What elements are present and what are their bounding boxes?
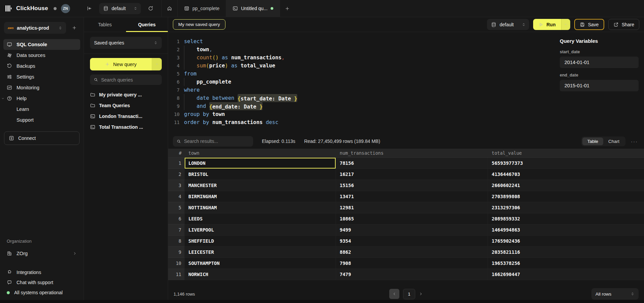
cell-town[interactable]: LEICESTER xyxy=(185,247,336,258)
cell-total_value[interactable]: 2089859332 xyxy=(488,213,644,224)
cell-total_value[interactable]: 2035821116 xyxy=(488,247,644,258)
workspace-tab[interactable]: Untitled qu... xyxy=(226,0,280,17)
avatar[interactable]: ZN xyxy=(61,4,70,13)
cell-town[interactable]: NORWICH xyxy=(185,269,336,280)
cell-num_transactions[interactable]: 12981 xyxy=(336,202,488,213)
cell-num_transactions[interactable]: 10865 xyxy=(336,213,488,224)
variable-input-start_date[interactable]: 2014-01-01 xyxy=(560,57,639,68)
column-header-total_value[interactable]: total_value xyxy=(488,149,644,158)
run-button[interactable]: Run xyxy=(533,19,570,30)
more-options-button[interactable]: ··· xyxy=(631,139,639,144)
run-database-selector[interactable]: default xyxy=(487,19,529,30)
database-selector[interactable]: default xyxy=(99,3,141,14)
saved-query-item[interactable]: Total Transaction ... xyxy=(90,122,162,132)
row-number[interactable]: 9 xyxy=(168,247,185,258)
cell-total_value[interactable]: 1765902436 xyxy=(488,236,644,247)
collapse-sidebar-button[interactable] xyxy=(84,3,95,14)
table-icon xyxy=(184,6,189,11)
cell-town[interactable]: SHEFFIELD xyxy=(185,236,336,247)
next-page-button[interactable] xyxy=(419,292,423,296)
prev-page-button[interactable] xyxy=(389,289,399,299)
refresh-button[interactable] xyxy=(145,3,156,14)
cell-town[interactable]: LIVERPOOL xyxy=(185,224,336,236)
sidebar-item-monitoring[interactable]: Monitoring xyxy=(3,82,80,93)
new-query-dropdown[interactable] xyxy=(152,58,162,70)
column-header-num[interactable]: # xyxy=(168,149,185,158)
row-number[interactable]: 8 xyxy=(168,236,185,247)
column-header-num_transactions[interactable]: num_transactions xyxy=(336,149,488,158)
sidebar-item-integrations[interactable]: Integrations xyxy=(3,267,80,277)
service-selector[interactable]: aws analytics-prod xyxy=(4,22,66,34)
view-table-button[interactable]: Table xyxy=(582,138,603,145)
cell-town[interactable]: LEEDS xyxy=(185,213,336,224)
cell-total_value[interactable]: 1965378256 xyxy=(488,258,644,269)
cell-total_value[interactable]: 2703899808 xyxy=(488,191,644,202)
cell-total_value[interactable]: 2660602241 xyxy=(488,180,644,191)
sidebar-item-support[interactable]: Support xyxy=(3,115,80,125)
tab-queries[interactable]: Queries xyxy=(126,17,168,32)
row-number[interactable]: 10 xyxy=(168,258,185,269)
row-number[interactable]: 6 xyxy=(168,213,185,224)
save-button[interactable]: Save xyxy=(574,19,604,30)
sidebar-item-learn[interactable]: Learn xyxy=(3,104,80,115)
row-number[interactable]: 7 xyxy=(168,224,185,236)
cell-num_transactions[interactable]: 9499 xyxy=(336,224,488,236)
sidebar-item-help[interactable]: Help xyxy=(3,93,80,104)
cell-num_transactions[interactable]: 7908 xyxy=(336,258,488,269)
run-options-dropdown[interactable] xyxy=(561,19,570,30)
saved-query-item[interactable]: My private query ... xyxy=(90,89,162,100)
cell-town[interactable]: NOTTINGHAM xyxy=(185,202,336,213)
connect-button[interactable]: Connect xyxy=(4,131,80,145)
cell-total_value[interactable]: 4136446703 xyxy=(488,169,644,180)
search-queries-input[interactable]: Search queries xyxy=(90,74,162,85)
new-tab-button[interactable] xyxy=(282,3,293,14)
cell-num_transactions[interactable]: 9354 xyxy=(336,236,488,247)
saved-query-item[interactable]: Team Queries xyxy=(90,100,162,111)
cell-num_transactions[interactable]: 15156 xyxy=(336,180,488,191)
view-chart-button[interactable]: Chart xyxy=(603,138,624,145)
cell-total_value[interactable]: 1662690447 xyxy=(488,269,644,280)
saved-queries-filter[interactable]: Saved queries xyxy=(90,37,162,49)
cell-num_transactions[interactable]: 16217 xyxy=(336,169,488,180)
organization-row[interactable]: ZOrg xyxy=(3,248,80,259)
share-button[interactable]: Share xyxy=(608,19,639,30)
cell-town[interactable]: BRISTOL xyxy=(185,169,336,180)
cell-town[interactable]: LONDON xyxy=(185,158,336,169)
variable-input-end_date[interactable]: 2015-01-01 xyxy=(560,80,639,91)
cell-num_transactions[interactable]: 78156 xyxy=(336,158,488,169)
new-query-button[interactable]: New query xyxy=(90,58,162,70)
page-size-selector[interactable]: All rows xyxy=(591,288,639,300)
results-table: #townnum_transactionstotal_value1LONDON7… xyxy=(168,149,644,280)
cell-total_value[interactable]: 1464994863 xyxy=(488,224,644,236)
tab-tables[interactable]: Tables xyxy=(84,17,126,32)
sidebar-item-settings[interactable]: Settings xyxy=(3,71,80,82)
cell-num_transactions[interactable]: 13471 xyxy=(336,191,488,202)
home-tab[interactable] xyxy=(162,0,178,17)
column-header-town[interactable]: town xyxy=(185,149,336,158)
sidebar-item-data-sources[interactable]: Data sources xyxy=(3,50,80,61)
row-number[interactable]: 11 xyxy=(168,269,185,280)
saved-query-tab[interactable]: My new saved query xyxy=(173,19,225,30)
saved-query-item[interactable]: London Transacti... xyxy=(90,111,162,122)
sidebar-item-all-systems-operational[interactable]: All systems operational xyxy=(3,287,80,298)
cell-town[interactable]: BIRMINGHAM xyxy=(185,191,336,202)
sidebar-item-backups[interactable]: Backups xyxy=(3,61,80,71)
cell-num_transactions[interactable]: 7479 xyxy=(336,269,488,280)
row-number[interactable]: 2 xyxy=(168,169,185,180)
search-results-input[interactable]: Search results... xyxy=(173,136,253,147)
row-number[interactable]: 5 xyxy=(168,202,185,213)
workspace-tab[interactable]: pp_complete xyxy=(178,0,226,17)
row-number[interactable]: 4 xyxy=(168,191,185,202)
cell-town[interactable]: MANCHESTER xyxy=(185,180,336,191)
row-number[interactable]: 3 xyxy=(168,180,185,191)
cell-num_transactions[interactable]: 8862 xyxy=(336,247,488,258)
cell-total_value[interactable]: 56593977373 xyxy=(488,158,644,169)
sidebar-item-sql-console[interactable]: SQL Console xyxy=(3,39,80,50)
add-service-button[interactable] xyxy=(69,23,80,33)
sql-editor[interactable]: 1select2town,3count() as num_transaction… xyxy=(168,32,554,134)
current-page[interactable]: 1 xyxy=(403,289,415,299)
cell-town[interactable]: SOUTHAMPTON xyxy=(185,258,336,269)
row-number[interactable]: 1 xyxy=(168,158,185,169)
cell-total_value[interactable]: 2313297306 xyxy=(488,202,644,213)
sidebar-item-chat-with-support[interactable]: Chat with support xyxy=(3,277,80,287)
